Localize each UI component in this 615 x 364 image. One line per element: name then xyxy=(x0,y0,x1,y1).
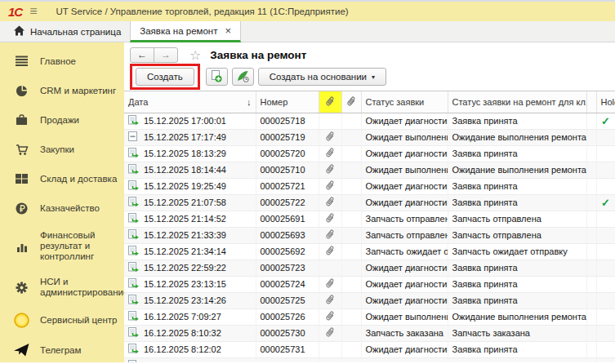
sidebar-item-3[interactable]: Закупки xyxy=(0,135,124,164)
cell-hold[interactable] xyxy=(596,260,615,276)
cell-date[interactable]: 15.12.2025 17:00:01 xyxy=(124,113,256,129)
table-row[interactable]: 15.12.2025 18:14:44000025710Ожидает выпо… xyxy=(124,162,615,178)
column-header-date[interactable]: Дата ↓ xyxy=(124,91,256,113)
cell-empty[interactable] xyxy=(586,145,596,162)
cell-attachment[interactable] xyxy=(319,357,341,362)
cell-client-status[interactable]: Заявка принята xyxy=(448,178,586,194)
cell-hold[interactable] xyxy=(596,243,615,260)
forward-button[interactable]: → xyxy=(154,47,178,63)
cell-empty[interactable] xyxy=(586,211,596,227)
cell-attachment-2[interactable] xyxy=(341,211,361,227)
cell-request-status[interactable]: Ожидает диагностики xyxy=(361,145,448,162)
cell-date[interactable]: 16.12.2025 8:12:34 xyxy=(124,357,256,362)
cell-client-status[interactable]: Заявка принята xyxy=(448,276,586,292)
create-by-copy-button[interactable] xyxy=(206,68,228,86)
table-row[interactable]: 15.12.2025 19:25:49000025721Ожидает диаг… xyxy=(124,178,615,194)
cell-attachment[interactable] xyxy=(319,309,341,325)
tab-home[interactable]: Начальная страница xyxy=(5,21,130,42)
cell-number[interactable]: 000025731 xyxy=(256,341,319,357)
cell-hold[interactable] xyxy=(596,145,615,162)
sidebar-item-9[interactable]: Телеграм xyxy=(0,335,124,362)
table-row[interactable]: 15.12.2025 22:59:22000025723Ожидает диаг… xyxy=(124,260,615,276)
cell-empty[interactable] xyxy=(586,292,596,309)
column-header-attachments-highlighted[interactable] xyxy=(319,91,341,113)
table-row[interactable]: 16.12.2025 7:09:27000025726Ожидает выпол… xyxy=(124,309,615,325)
column-header-hold[interactable]: Hold xyxy=(596,91,615,113)
cell-date[interactable]: 15.12.2025 21:07:58 xyxy=(124,194,256,211)
cell-request-status[interactable]: Ожидает диагностики xyxy=(361,260,448,276)
sidebar-item-6[interactable]: Финансовый результат и контроллинг xyxy=(0,223,124,269)
back-button[interactable]: ← xyxy=(130,47,154,63)
cell-client-status[interactable]: Заявка принята xyxy=(448,113,586,129)
cell-number[interactable]: 000025725 xyxy=(256,292,319,309)
cell-attachment-2[interactable] xyxy=(341,357,361,362)
cell-empty[interactable] xyxy=(586,276,596,292)
sidebar-item-4[interactable]: Склад и доставка xyxy=(0,164,124,193)
sidebar-item-2[interactable]: Продажи xyxy=(0,105,124,135)
sidebar-item-1[interactable]: CRM и маркетинг xyxy=(0,76,124,105)
table-row[interactable]: 16.12.2025 8:12:34000025728Ожидает диагн… xyxy=(124,357,615,362)
cell-client-status[interactable]: Запчасть ожидает отправку xyxy=(448,243,586,260)
cell-attachment[interactable] xyxy=(319,341,341,357)
cell-request-status[interactable]: Ожидает диагностики xyxy=(361,276,448,292)
cell-number[interactable]: 000025726 xyxy=(256,309,319,325)
table-row[interactable]: 15.12.2025 21:14:52000025691Запчасть отп… xyxy=(124,211,615,227)
table-row[interactable]: 15.12.2025 23:13:15000025724Ожидает диаг… xyxy=(124,276,615,292)
cell-empty[interactable] xyxy=(586,227,596,243)
cell-request-status[interactable]: Ожидает выполнени... xyxy=(361,309,448,325)
cell-hold[interactable] xyxy=(596,276,615,292)
cell-empty[interactable] xyxy=(586,129,596,145)
deferred-posting-button[interactable] xyxy=(232,68,254,86)
sidebar-item-5[interactable]: Казначейство xyxy=(0,193,124,223)
cell-number[interactable]: 000025724 xyxy=(256,276,319,292)
create-based-on-button[interactable]: Создать на основании ▾ xyxy=(258,68,386,86)
cell-hold[interactable] xyxy=(596,129,615,145)
table-row[interactable]: 15.12.2025 18:13:29000025720Ожидает диаг… xyxy=(124,145,615,162)
cell-date[interactable]: 16.12.2025 7:09:27 xyxy=(124,309,256,325)
cell-request-status[interactable]: Запчасть отправлена xyxy=(361,211,448,227)
cell-client-status[interactable]: Ожидание выполнения ремонта xyxy=(448,162,586,178)
tab-repair-request[interactable]: Заявка на ремонт × xyxy=(130,21,241,42)
column-header-request-status[interactable]: Статус заявки xyxy=(361,91,448,113)
cell-client-status[interactable]: Запчасть отправлена xyxy=(448,211,586,227)
cell-attachment[interactable] xyxy=(319,113,341,129)
table-row[interactable]: 15.12.2025 21:33:39000025693Запчасть отп… xyxy=(124,227,615,243)
close-icon[interactable]: × xyxy=(225,25,232,36)
cell-hold[interactable] xyxy=(596,309,615,325)
cell-empty[interactable] xyxy=(586,325,596,341)
cell-hold[interactable] xyxy=(596,227,615,243)
cell-number[interactable]: 000025719 xyxy=(256,129,319,145)
cell-request-status[interactable]: Ожидает диагностики xyxy=(361,341,448,357)
cell-attachment[interactable] xyxy=(319,243,341,260)
cell-empty[interactable] xyxy=(586,194,596,211)
cell-date[interactable]: 15.12.2025 21:33:39 xyxy=(124,227,256,243)
cell-client-status[interactable]: Ожидание выполнения ремонта xyxy=(448,129,586,145)
table-row[interactable]: 15.12.2025 23:14:26000025725Ожидает диаг… xyxy=(124,292,615,309)
cell-attachment-2[interactable] xyxy=(341,276,361,292)
cell-hold[interactable]: ✓ xyxy=(596,194,615,211)
table-row[interactable]: 15.12.2025 21:07:58000025722Ожидает диаг… xyxy=(124,194,615,211)
cell-empty[interactable] xyxy=(586,260,596,276)
cell-attachment[interactable] xyxy=(319,178,341,194)
table-row[interactable]: 16.12.2025 8:12:02000025731Ожидает диагн… xyxy=(124,341,615,357)
cell-hold[interactable] xyxy=(596,211,615,227)
cell-client-status[interactable]: Ожидание выполнения ремонта xyxy=(448,309,586,325)
cell-empty[interactable] xyxy=(586,309,596,325)
cell-attachment-2[interactable] xyxy=(341,113,361,129)
cell-empty[interactable] xyxy=(586,357,596,362)
cell-empty[interactable] xyxy=(586,113,596,129)
cell-date[interactable]: 15.12.2025 17:17:49 xyxy=(124,129,256,145)
cell-request-status[interactable]: Ожидает диагностики xyxy=(361,357,448,362)
cell-empty[interactable] xyxy=(586,341,596,357)
cell-attachment[interactable] xyxy=(319,129,341,145)
cell-attachment[interactable] xyxy=(319,211,341,227)
cell-date[interactable]: 15.12.2025 18:13:29 xyxy=(124,145,256,162)
cell-date[interactable]: 15.12.2025 19:25:49 xyxy=(124,178,256,194)
cell-attachment[interactable] xyxy=(319,292,341,309)
cell-hold[interactable] xyxy=(596,292,615,309)
cell-date[interactable]: 15.12.2025 21:34:14 xyxy=(124,243,256,260)
cell-empty[interactable] xyxy=(586,162,596,178)
cell-client-status[interactable]: Заявка принята xyxy=(448,292,586,309)
cell-hold[interactable] xyxy=(596,162,615,178)
table-row[interactable]: 15.12.2025 21:34:14000025692Запчасть ожи… xyxy=(124,243,615,260)
